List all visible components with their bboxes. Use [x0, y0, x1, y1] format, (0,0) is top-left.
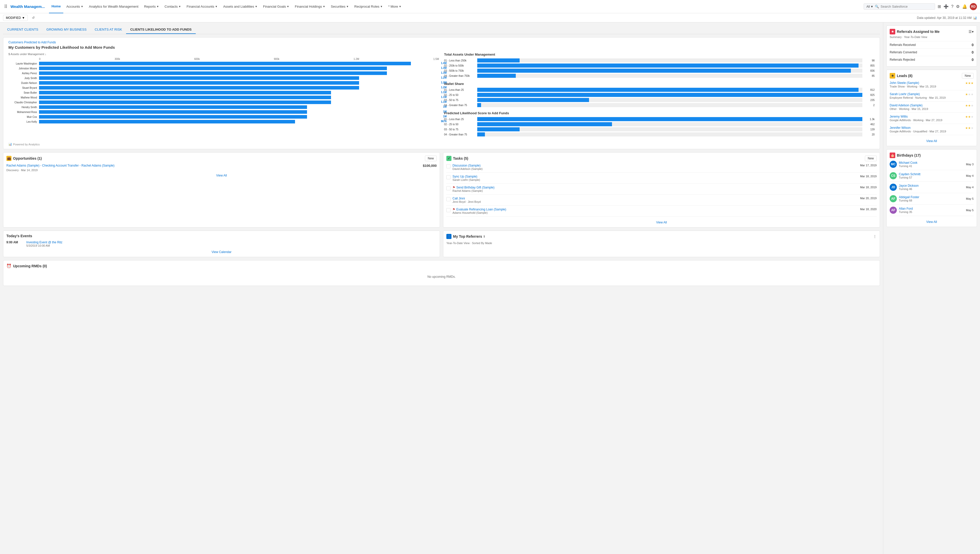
help-icon[interactable]: ? [951, 4, 953, 9]
task-name[interactable]: Sync Up (Sample) [453, 175, 858, 178]
opportunities-title: Opportunities (1) [13, 156, 42, 161]
lead-name[interactable]: Jennifer Wilson [890, 126, 911, 130]
birthday-date: May 4 [966, 174, 974, 177]
nav-item-contacts[interactable]: Contacts ▼ [162, 0, 183, 13]
hbar-row: 04 - Greater than 75 2 [444, 103, 875, 107]
birthday-avatar: JD [890, 184, 897, 191]
birthdays-view-all[interactable]: View All [890, 218, 974, 224]
right-panel: ★ Referrals Assigned to Me ☰▾ Summary · … [883, 22, 980, 554]
event-sub: 5/3/2019 10:00 AM [26, 244, 62, 247]
birthday-date: May 5 [966, 209, 974, 212]
tab-growing-my-business[interactable]: GROWING MY BUSINESS [42, 25, 91, 34]
task-checkbox[interactable] [446, 164, 451, 168]
tab-current-clients[interactable]: CURRENT CLIENTS [3, 25, 42, 34]
birthday-name[interactable]: Cayden Schmitt [899, 172, 964, 176]
search-input[interactable] [880, 5, 932, 8]
tasks-new-button[interactable]: New [865, 156, 876, 161]
referral-rows: Referrals Received 0 Referrals Converted… [890, 41, 974, 63]
task-sub: Jinni Boyd · Jinni Boyd [453, 200, 858, 203]
opportunity-link[interactable]: Rachel Adams (Sample) - Checking Account… [6, 164, 115, 167]
chart-icon[interactable]: 📊 [973, 16, 977, 20]
refresh-icon[interactable]: ↺ [32, 16, 35, 20]
task-checkbox[interactable] [446, 175, 451, 179]
nav-item-home[interactable]: Home [49, 0, 63, 13]
app-name[interactable]: Wealth Managem... [10, 4, 45, 9]
opportunity-row: Rachel Adams (Sample) - Checking Account… [6, 164, 437, 167]
task-sub: David Adelson (Sample) [453, 167, 858, 170]
settings-icon[interactable]: ⚙ [956, 4, 959, 9]
right-charts: Total Assets Under Management 01 - Less … [444, 53, 875, 140]
grid-icon[interactable]: ⊞ [938, 4, 941, 9]
add-icon[interactable]: ➕ [943, 4, 949, 9]
birthdays-title: Birthdays (17) [897, 153, 921, 158]
task-name[interactable]: Call Jinni [453, 197, 858, 200]
birthday-name[interactable]: Jayce Dickson [899, 184, 964, 188]
task-name[interactable]: ⚑ Send Birthday Gift (Sample) [453, 186, 858, 189]
bar-row: Hendry Smith 1M [8, 105, 439, 109]
lead-name[interactable]: David Adelson (Sample) [890, 103, 923, 107]
hbar-row: 04 - Greater than 75 20 [444, 132, 875, 137]
lead-name[interactable]: Sarah Loehr (Sample) [890, 92, 920, 96]
opportunities-new-button[interactable]: New [425, 156, 437, 161]
lead-meta: Trade Show · Working · Mar 15, 2019 [890, 85, 974, 88]
chevron-icon: ▼ [380, 5, 383, 8]
nav-item-financial-goals[interactable]: Financial Goals ▼ [261, 0, 292, 13]
notifications-icon[interactable]: 🔔 [962, 4, 967, 9]
tasks-view-all[interactable]: View All [446, 218, 876, 224]
task-checkbox[interactable] [446, 197, 451, 201]
leads-icon: ★ [890, 73, 895, 78]
birthday-avatar: CS [890, 172, 897, 179]
nav-item-analytics-for-wealth-management[interactable]: Analytics for Wealth Management [86, 0, 141, 13]
referral-label: Referrals Rejected [890, 58, 915, 62]
flag-icon: ⚑ [453, 186, 455, 189]
axis-labels: 0300k600k900k1.2M1.5M [39, 57, 439, 60]
app-launcher[interactable]: ⠿ [3, 3, 8, 10]
avatar[interactable]: RD [970, 3, 977, 10]
nav-item-securities[interactable]: Securities ▼ [328, 0, 351, 13]
task-name[interactable]: Discussion (Sample) [453, 164, 858, 167]
nav-item-reports[interactable]: Reports ▼ [141, 0, 161, 13]
birthdays-card: 🎂 Birthdays (17) MC Michael Cook Turning… [886, 149, 977, 227]
birthday-name[interactable]: Allan Ford [899, 207, 964, 210]
nav-item-*-more[interactable]: * More ▼ [386, 0, 404, 13]
nav-item-reciprocal-roles[interactable]: Reciprocal Roles ▼ [352, 0, 385, 13]
nav-items: HomeAccounts ▼Analytics for Wealth Manag… [49, 0, 862, 13]
event-name[interactable]: Investing Event @ the Ritz [26, 240, 62, 244]
birthday-name[interactable]: Abbigail Foster [899, 195, 964, 199]
chevron-icon: ▼ [156, 5, 159, 8]
nav-item-financial-holdings[interactable]: Financial Holdings ▼ [292, 0, 328, 13]
lead-list: John Steele (Sample) ★★★ Trade Show · Wo… [890, 81, 974, 135]
hbar-row: 03 - 50 to 75 139 [444, 127, 875, 131]
rmds-title: Upcoming RMDs (0) [13, 264, 47, 268]
referrers-icon: 👤 [446, 234, 451, 239]
lead-name[interactable]: Jeremy Willis [890, 115, 908, 118]
nav-item-assets-and-liabilities[interactable]: Assets and Liabilities ▼ [220, 0, 260, 13]
task-date: Mar 20, 2019 [860, 197, 876, 200]
search-icon: 🔍 [875, 5, 879, 8]
referrals-dropdown[interactable]: ☰▾ [969, 30, 974, 33]
flag-icon: ⚑ [453, 208, 455, 211]
referrers-dropdown[interactable]: ⋮ [873, 234, 876, 239]
leads-new-button[interactable]: New [962, 73, 974, 78]
chevron-icon: ▼ [323, 5, 325, 8]
wallet-share-chart: Wallet Share 01 - Less than 25 812 02 - … [444, 82, 875, 107]
tab-clients-at-risk[interactable]: CLIENTS AT RISK [91, 25, 126, 34]
view-calendar[interactable]: View Calendar [6, 248, 437, 254]
task-name[interactable]: ⚑ Evaluate Refinancing Loan (Sample) [453, 208, 858, 211]
opportunities-view-all[interactable]: View All [6, 172, 437, 177]
opportunities-icon: 💼 [6, 156, 11, 161]
lead-name[interactable]: John Steele (Sample) [890, 81, 919, 85]
leads-view-all[interactable]: View All [890, 137, 974, 143]
task-checkbox[interactable] [446, 208, 451, 212]
nav-item-accounts[interactable]: Accounts ▼ [64, 0, 86, 13]
bar-row: Leo Kelly 967k [8, 119, 439, 124]
nav-item-financial-accounts[interactable]: Financial Accounts ▼ [184, 0, 220, 13]
search-scope[interactable]: All ▼ [867, 5, 873, 8]
birthday-name[interactable]: Michael Cook [899, 161, 964, 164]
tab-clients-likelihood-to-add-funds[interactable]: CLIENTS LIKELIHOOD TO ADD FUNDS [126, 25, 196, 34]
hbar-row: 03 - 50 to 75 235 [444, 98, 875, 102]
task-checkbox[interactable] [446, 186, 451, 190]
birthday-avatar: AF [890, 195, 897, 202]
task-row: ⚑ Evaluate Refinancing Loan (Sample) Ada… [446, 208, 876, 217]
modified-button[interactable]: MODIFIED ▼ [3, 15, 28, 21]
